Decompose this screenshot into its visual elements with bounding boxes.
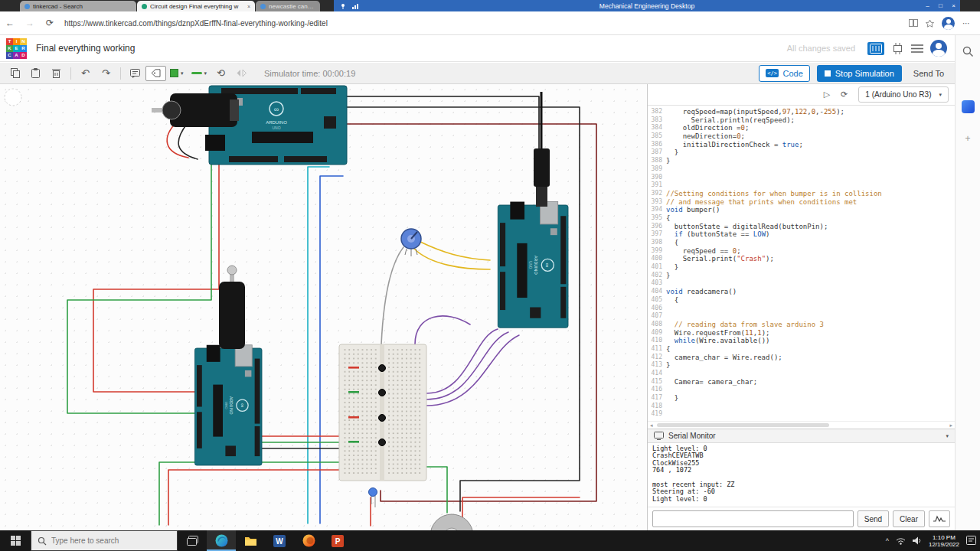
code-line[interactable]: 401 }	[648, 263, 955, 272]
chevron-down-icon[interactable]: ▾	[946, 433, 949, 439]
edge-taskbar-icon[interactable]	[207, 530, 236, 551]
pushbutton[interactable]	[379, 415, 386, 422]
code-line[interactable]: 396 buttonState = digitalRead(buttonPin)…	[648, 223, 955, 231]
code-line[interactable]: 405 {	[648, 296, 955, 305]
browser-profile-avatar[interactable]	[942, 17, 955, 30]
stop-simulation-button[interactable]: Stop Simulation	[817, 65, 902, 82]
delete-icon[interactable]	[46, 66, 67, 81]
copy-icon[interactable]	[5, 66, 25, 81]
scroll-left-icon[interactable]: ◂	[650, 422, 653, 429]
component-color-dropdown[interactable]: ▾	[166, 66, 188, 81]
code-line[interactable]: 384 oldDirection =0;	[648, 124, 955, 132]
design-title[interactable]: Final everything working	[36, 43, 135, 54]
start-button[interactable]	[0, 530, 31, 551]
breadboard[interactable]	[339, 344, 426, 481]
code-line[interactable]: 385 newDirection=0;	[648, 132, 955, 141]
firefox-taskbar-icon[interactable]	[294, 530, 323, 551]
jumper[interactable]	[348, 391, 359, 393]
code-line[interactable]: 412 camera_char = Wire.read();	[648, 354, 955, 362]
usb-cable[interactable]	[534, 92, 550, 207]
code-line[interactable]: 410 while(Wire.available())	[648, 337, 955, 345]
browser-tab-canvas[interactable]: newcastle canvas	[256, 1, 320, 11]
jumper[interactable]	[348, 367, 359, 369]
code-line[interactable]: 399 reqSpeed == 0;	[648, 247, 955, 256]
code-line[interactable]: 400 Serial.print("Crash");	[648, 255, 955, 263]
circuit-canvas[interactable]: ∞ ARDUINO UNO	[0, 84, 647, 530]
browser-tab-search[interactable]: tinkercad - Search	[20, 1, 136, 11]
pushbutton[interactable]	[379, 365, 386, 372]
code-line[interactable]: 414	[648, 370, 955, 378]
code-line[interactable]: 383 Serial.println(reqSpeed);	[648, 116, 955, 125]
dc-motor-bottom[interactable]	[430, 514, 473, 530]
taskbar-search[interactable]	[31, 530, 178, 551]
code-button[interactable]: </> Code	[759, 65, 810, 82]
send-to-button[interactable]: Send To	[909, 65, 949, 82]
jumper[interactable]	[348, 441, 359, 443]
back-button[interactable]: ←	[0, 18, 20, 28]
url-text[interactable]: https://www.tinkercad.com/things/dznpXdE…	[64, 19, 328, 28]
arduino-uno-board-2[interactable]	[498, 202, 568, 328]
breadboard-view-icon[interactable]	[867, 42, 884, 55]
code-line[interactable]: 393// and message that prints when condi…	[648, 198, 955, 207]
jumper[interactable]	[348, 416, 359, 419]
scrollbar-thumb[interactable]	[657, 423, 829, 427]
code-line[interactable]: 391	[648, 181, 955, 190]
dc-motor-top[interactable]	[152, 93, 239, 127]
volume-icon[interactable]	[913, 534, 922, 548]
pin-icon[interactable]	[340, 3, 346, 9]
wire-type-dropdown[interactable]: ▾	[188, 66, 211, 81]
code-line[interactable]: 409 Wire.requestFrom(11,1);	[648, 329, 955, 337]
code-line[interactable]: 407	[648, 312, 955, 321]
plus-icon[interactable]: +	[965, 133, 970, 144]
serial-output[interactable]: Light level: 0CrashCEVEATWBClockWise2557…	[648, 443, 955, 507]
arduino-uno-board-3[interactable]	[194, 345, 262, 465]
restore-button[interactable]: □	[934, 2, 947, 9]
file-explorer-taskbar-icon[interactable]	[236, 530, 265, 551]
search-icon[interactable]	[962, 46, 974, 60]
word-taskbar-icon[interactable]: W	[265, 530, 294, 551]
dc-motor-left[interactable]	[219, 266, 245, 349]
user-avatar[interactable]	[930, 40, 947, 57]
code-line[interactable]: 386 initialDirectionCheck = true;	[648, 141, 955, 149]
taskbar-clock[interactable]: 1:10 PM 12/19/2022	[929, 534, 959, 548]
taskbar-search-input[interactable]	[51, 536, 158, 545]
scroll-right-icon[interactable]: ▸	[949, 422, 952, 429]
board-selector-dropdown[interactable]: 1 (Arduino Uno R3) ▾	[858, 86, 949, 103]
tray-expand-icon[interactable]: ^	[886, 537, 889, 545]
tinkercad-logo[interactable]: TINKERCAD	[6, 38, 27, 59]
code-editor[interactable]: 382 reqSpeed=map(inputSpeed,97,122,0,-25…	[648, 106, 955, 421]
graph-toggle-button[interactable]	[929, 510, 950, 527]
code-line[interactable]: 388}	[648, 157, 955, 165]
flip-icon[interactable]	[231, 66, 252, 81]
code-line[interactable]: 382 reqSpeed=map(inputSpeed,97,122,0,-25…	[648, 108, 955, 116]
code-line[interactable]: 390	[648, 174, 955, 182]
code-line[interactable]: 392//Setting conditions for when bumper …	[648, 190, 955, 198]
code-line[interactable]: 387 }	[648, 148, 955, 157]
code-line[interactable]: 419	[648, 410, 955, 419]
task-view-button[interactable]	[178, 530, 207, 551]
code-line[interactable]: 408 // reading data from slave arduino 3	[648, 321, 955, 329]
serial-monitor-header[interactable]: Serial Monitor ▾	[648, 429, 955, 443]
browser-menu-icon[interactable]: ⋯	[962, 19, 971, 28]
powerpoint-taskbar-icon[interactable]: P	[323, 530, 352, 551]
minimize-button[interactable]: –	[921, 2, 934, 9]
label-icon[interactable]	[145, 66, 166, 81]
led[interactable]	[369, 488, 377, 508]
code-line[interactable]: 395{	[648, 214, 955, 223]
schematic-view-icon[interactable]	[891, 43, 904, 54]
code-line[interactable]: 415 Camera= camera_char;	[648, 378, 955, 386]
code-line[interactable]: 403	[648, 279, 955, 288]
debug-step-icon[interactable]: ▷	[824, 90, 830, 99]
pushbutton[interactable]	[379, 390, 386, 396]
refresh-button[interactable]: ⟳	[40, 18, 60, 28]
sidebar-app-icon[interactable]	[962, 100, 975, 113]
pushbutton[interactable]	[379, 439, 386, 446]
close-button[interactable]: ×	[947, 2, 960, 9]
rotate-icon[interactable]: ⟲	[211, 66, 231, 81]
favorites-icon[interactable]	[926, 19, 934, 28]
code-line[interactable]: 417 }	[648, 394, 955, 403]
notes-icon[interactable]	[125, 66, 145, 81]
paste-icon[interactable]	[25, 66, 46, 81]
action-center-icon[interactable]	[966, 534, 976, 548]
code-line[interactable]: 404void readcamera()	[648, 288, 955, 296]
